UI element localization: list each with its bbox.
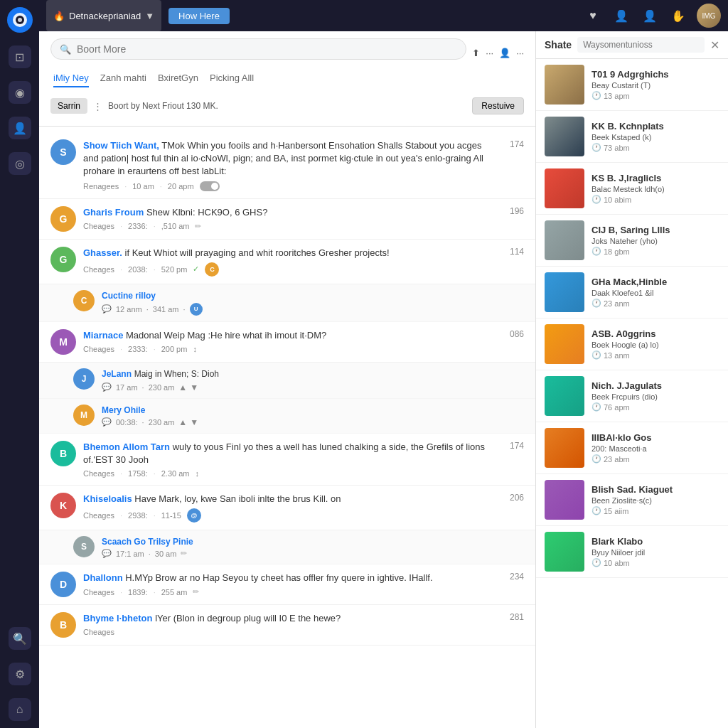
post-count: 234	[503, 572, 524, 582]
nav-search-bottom-icon[interactable]: 🔍	[9, 627, 31, 650]
reply-author[interactable]: Cuctine rilloy	[102, 291, 156, 301]
post-author[interactable]: Dhallonn	[83, 572, 123, 583]
post-author[interactable]: Khiseloalis	[83, 493, 132, 504]
right-item-time: 🕐 10 abim	[592, 195, 719, 204]
post-avatar: G	[50, 247, 76, 272]
clock-icon: 🕐	[592, 143, 601, 152]
app-logo[interactable]	[7, 7, 33, 33]
feed-header: 🔍 ⬆ ··· 👤 ··· iMiy Ney Zanh mahti Bxiret…	[39, 31, 535, 127]
post-author[interactable]: Bhemon Allom Tarn	[83, 441, 170, 452]
right-item-subtitle: Joks Nateher (yho)	[592, 237, 719, 245]
reply-author[interactable]: JeLann	[102, 369, 132, 379]
topbar: 🔥 Detnackeprianiad ▼ How Here ♥ 👤 👤 ✋ IM…	[39, 0, 728, 31]
post-author[interactable]: Show Tiich Want,	[83, 140, 159, 151]
reply-item: J JeLann Maig in When; S: Dioh 💬 17 am ·…	[39, 363, 535, 399]
nav-radio-icon[interactable]: ◉	[9, 81, 31, 104]
reply-author[interactable]: Mery Ohile	[102, 405, 145, 415]
time-text: 18 gbm	[604, 247, 630, 256]
post-author[interactable]: Gharis Froum	[83, 207, 144, 218]
sort-icon: ⋮	[93, 101, 102, 112]
upload-icon[interactable]: ⬆	[472, 48, 480, 58]
downvote-icon[interactable]: ▼	[190, 417, 198, 427]
sort-info: Boort by Next Friout 130 MK.	[108, 101, 466, 111]
post-text: Madonal Weip Mag :He hire what ih imout …	[126, 330, 326, 341]
reply-item: C Cuctine rilloy 💬 12 anm · 341 am · U	[39, 284, 535, 322]
meta-label: Cheages	[83, 469, 114, 478]
right-item-title: KK B. Kchnplats	[592, 121, 719, 132]
user-avatar[interactable]: IMG	[697, 4, 721, 28]
post-item: M Miarnace Madonal Weip Mag :He hire wha…	[39, 322, 535, 363]
meta-time1: 2336:	[128, 222, 148, 230]
right-list-item[interactable]: GHa Mack,Hinble Daak Kloefeo1 &il 🕐 23 a…	[536, 267, 728, 318]
tab-imiy-ney[interactable]: iMiy Ney	[53, 73, 89, 87]
heart-icon[interactable]: ♥	[583, 6, 603, 26]
reply-text: Maig in When; S: Dioh	[134, 369, 219, 379]
post-text: H.MYp Brow ar no Hap Seyou ty cheet has …	[125, 572, 432, 583]
reply-avatar: M	[73, 405, 95, 426]
post-author[interactable]: Miarnace	[83, 330, 123, 341]
right-list-item[interactable]: Blark Klabo Byuy Niiloer jdil 🕐 10 abm	[536, 526, 728, 578]
right-list-item[interactable]: IIIBAl·klo Gos 200: Masceoti·a 🕐 23 abm	[536, 422, 728, 474]
tab-picking[interactable]: Picking Alll	[210, 73, 254, 87]
nav-home-icon[interactable]: ⌂	[9, 698, 31, 721]
right-item-info: T01 9 Adgrghichs Beay Custarit (T) 🕐 13 …	[592, 69, 719, 100]
search-input[interactable]	[77, 43, 457, 55]
feed-search-bar[interactable]: 🔍	[50, 38, 466, 60]
post-item: B Bhemon Allom Tarn wuly to yous Finl yo…	[39, 434, 535, 486]
right-item-subtitle: Beay Custarit (T)	[592, 81, 719, 90]
toggle-icon[interactable]	[200, 181, 220, 191]
tab-zanh[interactable]: Zanh mahti	[100, 73, 146, 87]
nav-users-icon[interactable]: 👤	[9, 117, 31, 139]
reply-content: Scaach Go Trilsy Pinie 💬 17:1 am · 30 am…	[102, 536, 524, 558]
hand-icon[interactable]: ✋	[668, 6, 688, 26]
nav-settings-icon[interactable]: ◎	[9, 152, 31, 175]
user-add-icon[interactable]: 👤	[499, 48, 510, 58]
resolve-button[interactable]: Restuive	[472, 97, 524, 114]
reply-meta: 💬 17:1 am · 30 am ✏	[102, 549, 524, 558]
tab-bxiret[interactable]: BxiretGyn	[158, 73, 198, 87]
meta-time1: 2038:	[128, 265, 148, 274]
post-avatar: G	[50, 206, 76, 232]
downvote-icon[interactable]: ▼	[190, 382, 198, 392]
more-icon[interactable]: ···	[486, 48, 493, 58]
right-list-item[interactable]: Blish Sad. Kiaguet Been Zioslite·s(c) 🕐 …	[536, 474, 728, 526]
post-author[interactable]: Ghasser.	[83, 247, 122, 258]
feed-sort-bar: Sarrin ⋮ Boort by Next Friout 130 MK. Re…	[50, 93, 524, 119]
edit-icon[interactable]: ✏	[195, 222, 201, 231]
clock-icon: 🕐	[592, 91, 601, 100]
upvote-icon[interactable]: ▲	[178, 417, 187, 427]
reply-time1: 12 anm	[116, 305, 142, 314]
nav-gear-icon[interactable]: ⚙	[9, 663, 31, 685]
right-list-item[interactable]: T01 9 Adgrghichs Beay Custarit (T) 🕐 13 …	[536, 59, 728, 111]
right-item-info: GHa Mack,Hinble Daak Kloefeo1 &il 🕐 23 a…	[592, 277, 719, 308]
upvote-icon[interactable]: ▲	[178, 382, 187, 392]
right-panel-search[interactable]	[577, 37, 705, 53]
reply-meta: 💬 17 am · 230 am ▲ ▼	[102, 382, 524, 392]
edit-icon[interactable]: ✏	[193, 587, 199, 596]
right-list-item[interactable]: Nich. J.Jagulats Beek Frcpuirs (dio) 🕐 7…	[536, 370, 728, 422]
right-list-item[interactable]: KK B. Kchnplats Beek Kstaped (k) 🕐 73 ab…	[536, 111, 728, 163]
right-list-item[interactable]: KS B. J,lraglicls Balac Mesteck ldh(o) 🕐…	[536, 163, 728, 215]
reply-user-mini: ·	[183, 305, 185, 314]
arrows-icon[interactable]: ↕	[193, 345, 197, 353]
reply-author[interactable]: Scaach Go Trilsy Pinie	[102, 537, 193, 547]
user-icon-1[interactable]: 👤	[611, 6, 631, 26]
post-content: Gharis Froum Shew Klbni: HCK9O, 6 GHS? C…	[83, 206, 496, 231]
post-count: 196	[503, 206, 524, 216]
post-author[interactable]: Bhyme l·bheton	[83, 613, 153, 623]
right-list-item[interactable]: ASB. A0ggrins Boek Hoogle (a) lo) 🕐 13 a…	[536, 318, 728, 370]
user-icon-2[interactable]: 👤	[640, 6, 660, 26]
edit-icon[interactable]: ✏	[181, 549, 187, 558]
right-item-info: IIIBAl·klo Gos 200: Masceoti·a 🕐 23 abm	[592, 432, 719, 464]
arrows-icon[interactable]: ↕	[195, 469, 199, 478]
dropdown-icon[interactable]: ▼	[145, 11, 154, 21]
how-here-button[interactable]: How Here	[168, 8, 230, 24]
sort-button[interactable]: Sarrin	[50, 98, 87, 114]
options-icon[interactable]: ···	[516, 48, 524, 58]
reply-user-avatar: U	[190, 303, 203, 316]
right-list-item[interactable]: CIJ B, Saring Lllls Joks Nateher (yho) 🕐…	[536, 215, 728, 267]
main-area: 🔥 Detnackeprianiad ▼ How Here ♥ 👤 👤 ✋ IM…	[39, 0, 728, 728]
right-panel-close-icon[interactable]: ✕	[710, 38, 719, 52]
nav-messages-icon[interactable]: ⊡	[9, 46, 31, 68]
right-item-subtitle: Daak Kloefeo1 &il	[592, 289, 719, 297]
